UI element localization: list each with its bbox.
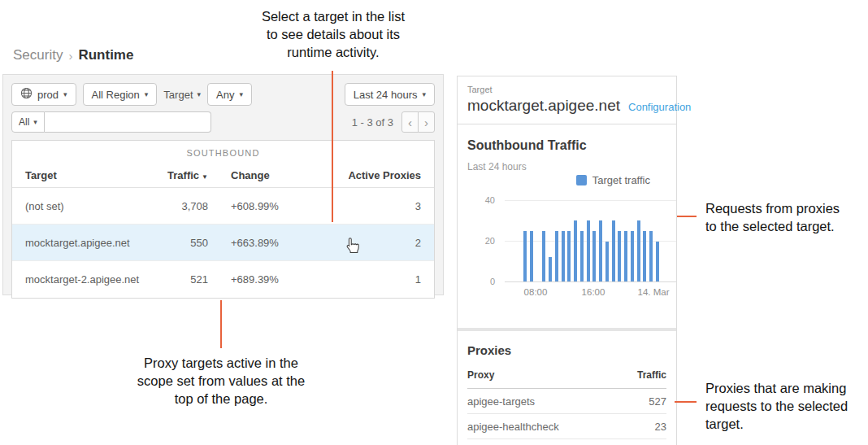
southbound-group-header: SOUTHBOUND — [12, 141, 434, 164]
legend-target-traffic[interactable]: Target traffic — [576, 174, 650, 186]
targets-table: SOUTHBOUND Target Traffic▼ Change Active… — [11, 140, 435, 299]
targets-table-header: Target Traffic▼ Change Active Proxies — [12, 164, 434, 188]
cell-proxy-name: apigee-healthcheck — [467, 421, 559, 433]
target-filter-dropdown[interactable]: Target ▾ — [163, 89, 201, 101]
pagination-range: 1 - 3 of 3 — [352, 116, 393, 129]
time-range-label: Last 24 hours — [354, 89, 418, 101]
proxy-row[interactable]: apigee-healthcheck 23 — [467, 414, 666, 439]
chart-bar — [523, 231, 527, 281]
screenshot-root: Select a target in the list to see detai… — [0, 0, 868, 445]
sort-desc-icon: ▼ — [202, 173, 208, 181]
chart-subtitle: Last 24 hours — [467, 161, 665, 172]
chart-bar — [549, 257, 552, 281]
chart-bar — [631, 231, 634, 281]
chart-bar — [530, 231, 533, 281]
cell-active-proxies: 2 — [312, 237, 421, 249]
proxies-section: Proxies Proxy Traffic apigee-targets 527… — [458, 331, 676, 439]
cell-traffic: 3,708 — [163, 200, 208, 212]
annotation-line-proxy — [675, 401, 697, 403]
region-dropdown[interactable]: All Region ▾ — [83, 83, 158, 106]
cell-change: +689.39% — [231, 273, 312, 286]
legend-label: Target traffic — [592, 174, 650, 186]
annotation-proxies-making-requests: Proxies that are making requests to the … — [705, 379, 868, 433]
cell-target: mocktarget-2.apigee.net — [25, 273, 163, 286]
chart-bar — [542, 231, 545, 281]
cell-proxy-name: apigee-targets — [467, 395, 535, 408]
proxies-title: Proxies — [467, 343, 666, 357]
detail-header: Target mocktarget.apigee.net Configurati… — [458, 76, 676, 124]
legend-swatch — [576, 175, 587, 185]
table-row[interactable]: (not set) 3,708 +608.99% 3 — [12, 188, 434, 225]
chart-bar — [612, 220, 615, 281]
cell-active-proxies: 1 — [312, 273, 421, 286]
chart-plot — [505, 191, 676, 282]
y-tick-40: 40 — [472, 195, 495, 205]
table-row[interactable]: mocktarget.apigee.net 550 +663.89% 2 — [12, 225, 434, 261]
column-change[interactable]: Change — [231, 169, 312, 181]
x-tick-14mar: 14. Mar — [638, 287, 670, 297]
proxy-row[interactable]: apigee-targets 527 — [467, 389, 666, 414]
environment-label: prod — [37, 89, 59, 101]
configuration-link[interactable]: Configuration — [628, 101, 691, 113]
page-title: Runtime — [78, 47, 133, 63]
southbound-traffic-section: Southbound Traffic Last 24 hours Target … — [458, 124, 676, 328]
x-tick-1600: 16:00 — [582, 287, 605, 297]
prev-page-button[interactable]: ‹ — [401, 111, 419, 133]
chart-bar — [574, 220, 577, 281]
chart-bar — [649, 231, 653, 281]
caret-down-icon: ▾ — [145, 91, 149, 98]
chart-bar — [618, 231, 621, 281]
chart-bar — [605, 242, 609, 281]
annotation-select-target: Select a target in the list to see detai… — [241, 7, 425, 61]
any-dropdown[interactable]: Any ▾ — [207, 83, 252, 106]
chart-bar — [555, 231, 558, 281]
chart-bar — [637, 220, 640, 281]
caret-down-icon: ▾ — [33, 119, 37, 126]
cell-proxy-traffic: 23 — [655, 421, 666, 433]
y-tick-0: 0 — [472, 277, 495, 286]
search-input[interactable] — [45, 111, 211, 133]
environment-dropdown[interactable]: prod ▾ — [11, 83, 76, 106]
time-range-dropdown[interactable]: Last 24 hours ▾ — [345, 83, 435, 106]
target-label: Target — [467, 85, 666, 94]
traffic-chart: 40 20 0 08:00 16:00 14. Mar — [467, 191, 665, 302]
hand-cursor-icon — [345, 237, 360, 258]
selected-target-name: mocktarget.apigee.net — [467, 97, 620, 115]
region-label: All Region — [92, 89, 140, 101]
annotation-line-bottom — [220, 300, 222, 348]
annotation-requests-from-proxies: Requests from proxies to the selected ta… — [705, 199, 864, 235]
cell-active-proxies: 3 — [312, 200, 421, 212]
next-page-button[interactable]: › — [418, 111, 435, 133]
chart-title: Southbound Traffic — [467, 138, 665, 153]
column-active-proxies[interactable]: Active Proxies — [312, 169, 421, 181]
caret-down-icon: ▾ — [422, 91, 426, 98]
target-detail-panel: Target mocktarget.apigee.net Configurati… — [457, 76, 677, 445]
caret-down-icon: ▾ — [239, 91, 243, 98]
x-tick-0800: 08:00 — [524, 287, 548, 297]
scope-label: All — [19, 116, 29, 128]
target-filter-label: Target — [163, 89, 193, 101]
column-traffic[interactable]: Traffic▼ — [163, 169, 208, 181]
chart-bar — [599, 220, 602, 281]
y-tick-20: 20 — [472, 236, 495, 246]
column-target[interactable]: Target — [25, 169, 163, 181]
chart-bar — [656, 242, 659, 281]
breadcrumb-chevron-icon: › — [68, 49, 72, 63]
column-proxy-traffic: Traffic — [637, 369, 666, 381]
scope-dropdown[interactable]: All ▾ — [11, 111, 45, 133]
proxies-table-header: Proxy Traffic — [467, 369, 666, 389]
annotation-line-chart — [677, 216, 697, 217]
annotation-line-top — [332, 71, 333, 222]
caret-down-icon: ▾ — [63, 91, 67, 98]
breadcrumb-security[interactable]: Security — [13, 47, 63, 63]
table-row[interactable]: mocktarget-2.apigee.net 521 +689.39% 1 — [12, 261, 434, 298]
gridline — [505, 200, 676, 201]
cell-target: mocktarget.apigee.net — [25, 237, 163, 249]
caret-down-icon: ▾ — [197, 91, 202, 98]
any-label: Any — [216, 89, 234, 101]
x-axis-line — [505, 281, 676, 282]
globe-icon — [20, 87, 33, 102]
filter-toolbar: prod ▾ All Region ▾ Target ▾ Any ▾ Last — [3, 75, 443, 133]
cell-change: +608.99% — [231, 200, 312, 212]
cell-proxy-traffic: 527 — [649, 395, 666, 408]
